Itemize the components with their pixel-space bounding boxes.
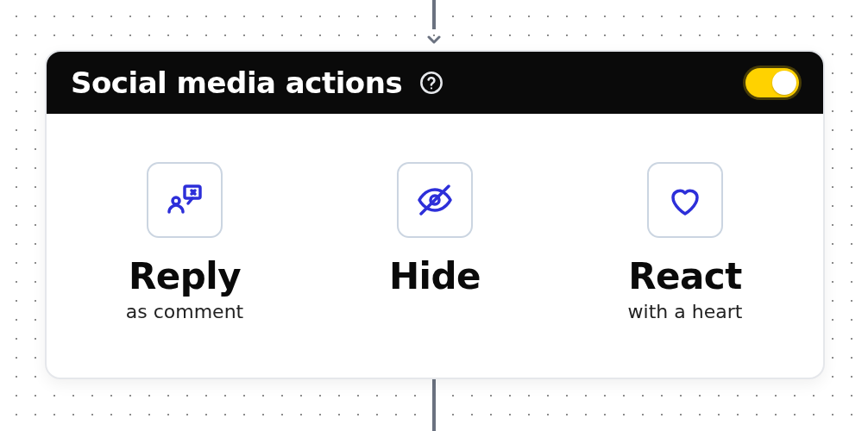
enable-toggle[interactable] xyxy=(745,68,799,97)
action-hide[interactable]: Hide xyxy=(366,162,504,301)
node-social-media-actions[interactable]: Social media actions Reply as comment xyxy=(45,50,825,379)
action-title: React xyxy=(628,255,742,297)
action-title: Reply xyxy=(129,255,241,297)
action-subtitle: with a heart xyxy=(628,301,743,322)
node-header: Social media actions xyxy=(47,52,823,114)
svg-point-3 xyxy=(173,197,179,204)
help-icon[interactable] xyxy=(419,71,443,95)
toggle-knob xyxy=(772,71,796,95)
action-title: Hide xyxy=(389,255,481,297)
node-title: Social media actions xyxy=(71,66,402,100)
action-subtitle: as comment xyxy=(126,301,243,322)
hide-icon xyxy=(397,162,473,238)
action-react[interactable]: React with a heart xyxy=(616,162,754,322)
action-reply[interactable]: Reply as comment xyxy=(116,162,254,322)
heart-icon xyxy=(647,162,723,238)
node-body: Reply as comment Hide React with a hear xyxy=(47,114,823,378)
svg-point-1 xyxy=(431,87,432,89)
reply-icon xyxy=(147,162,223,238)
edge-line xyxy=(432,0,436,29)
flow-edge-in xyxy=(422,0,446,53)
